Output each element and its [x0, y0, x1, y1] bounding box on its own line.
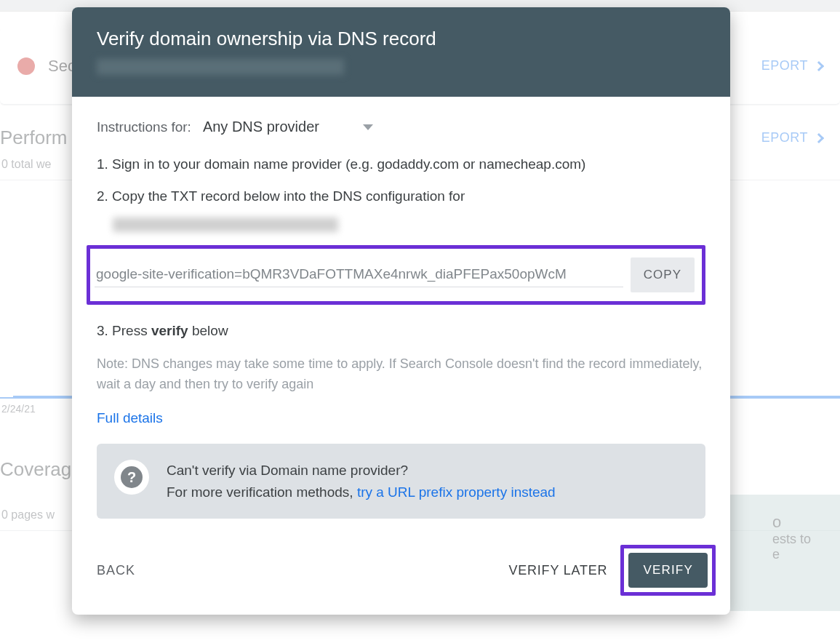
step-2: 2. Copy the TXT record below into the DN…	[97, 186, 705, 207]
chevron-down-icon	[363, 124, 373, 130]
dialog-body: Instructions for: Any DNS provider 1. Si…	[72, 97, 730, 526]
verify-later-button[interactable]: VERIFY LATER	[508, 563, 607, 578]
dialog-title: Verify domain ownership via DNS record	[97, 28, 705, 50]
copy-button[interactable]: COPY	[631, 257, 695, 292]
txt-record-highlight: google-site-verification=bQMR3VDaFOTTMAX…	[87, 245, 705, 305]
verify-button[interactable]: VERIFY	[628, 553, 708, 588]
info-heading: Can't verify via Domain name provider?	[167, 460, 556, 481]
dialog-header: Verify domain ownership via DNS record	[72, 7, 730, 97]
full-details-link[interactable]: Full details	[97, 410, 163, 426]
step-3: 3. Press verify below	[97, 321, 705, 341]
question-mark-icon: ?	[121, 466, 143, 488]
alternative-info-card: ? Can't verify via Domain name provider?…	[97, 444, 705, 519]
dns-provider-select[interactable]: Any DNS provider	[203, 119, 373, 135]
domain-blurred	[113, 217, 338, 232]
instructions-row: Instructions for: Any DNS provider	[97, 119, 705, 135]
back-button[interactable]: BACK	[97, 563, 135, 578]
help-icon: ?	[114, 460, 149, 495]
instructions-label: Instructions for:	[97, 119, 191, 135]
verify-highlight: VERIFY	[620, 545, 716, 596]
info-text: Can't verify via Domain name provider? F…	[167, 460, 556, 503]
step-1: 1. Sign in to your domain name provider …	[97, 154, 705, 175]
dns-note: Note: DNS changes may take some time to …	[97, 354, 705, 395]
dialog-footer: BACK VERIFY LATER VERIFY	[72, 526, 730, 615]
domain-name-blurred	[97, 59, 344, 75]
provider-value: Any DNS provider	[203, 119, 319, 135]
url-prefix-link[interactable]: try a URL prefix property instead	[357, 484, 556, 500]
txt-record-value[interactable]: google-site-verification=bQMR3VDaFOTTMAX…	[95, 263, 623, 287]
verify-domain-dialog: Verify domain ownership via DNS record I…	[72, 7, 730, 615]
